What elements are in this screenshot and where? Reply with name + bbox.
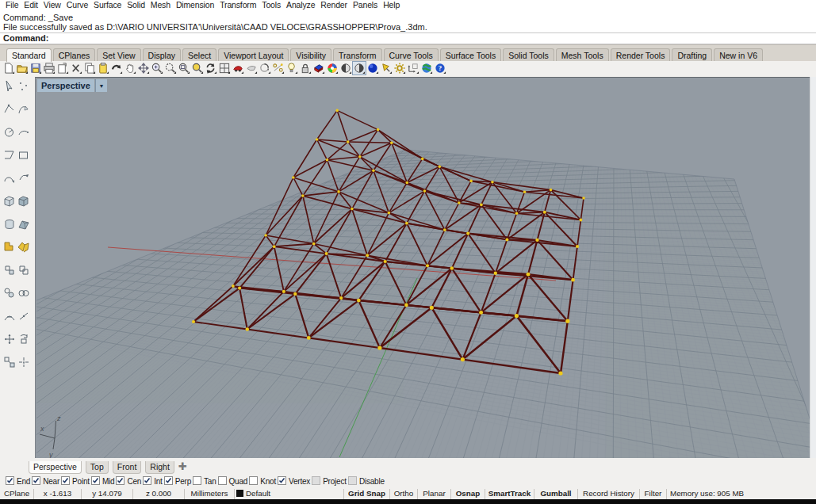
svg-text:x: x (40, 425, 44, 433)
svg-text:?: ? (439, 64, 442, 72)
svg-text:z: z (56, 414, 61, 422)
